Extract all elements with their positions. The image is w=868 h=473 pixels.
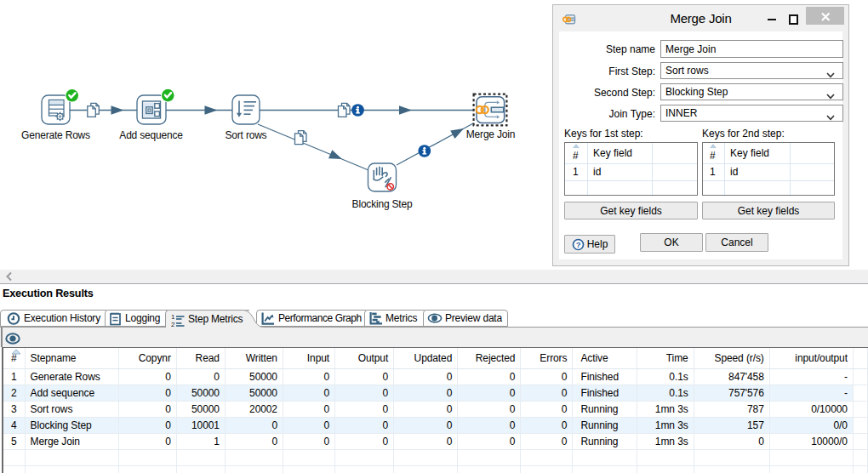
svg-text:?: ? xyxy=(575,240,580,249)
svg-text:2: 2 xyxy=(171,320,175,327)
